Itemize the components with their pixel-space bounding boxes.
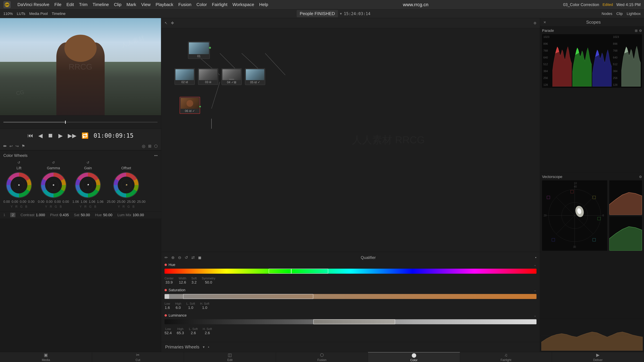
qualifier-subtract-tool[interactable]: ⊖: [178, 255, 181, 260]
tab-cut[interactable]: ✂ Cut: [92, 352, 184, 362]
gamma-reset-icon[interactable]: ↺: [52, 161, 55, 165]
next-frame-button[interactable]: ▶▶: [68, 132, 76, 139]
menu-mark[interactable]: Mark: [126, 2, 136, 7]
qualifier-reset-tool[interactable]: ↺: [185, 255, 188, 260]
sequence-name[interactable]: People FINISHED: [297, 10, 338, 17]
hue-center-handle[interactable]: [291, 269, 292, 274]
menu-workspace[interactable]: Workspace: [232, 2, 254, 7]
vectorscope-settings-icon[interactable]: ⚙: [639, 175, 642, 179]
timeline-bar[interactable]: [3, 122, 158, 123]
node-tool-pointer[interactable]: ↖: [164, 21, 168, 25]
gain-wheel[interactable]: [74, 172, 101, 198]
node-view-options[interactable]: ⚙: [534, 21, 536, 25]
parade-options-icon[interactable]: ⊞: [635, 29, 638, 33]
menu-clip[interactable]: Clip: [114, 2, 122, 7]
undo-tool[interactable]: ↩: [10, 144, 13, 148]
tab-1[interactable]: 1: [3, 213, 5, 217]
circle-tool[interactable]: ◎: [142, 144, 146, 148]
prev-frame-button[interactable]: ◀: [38, 132, 42, 139]
saturation-bar-container[interactable]: [164, 294, 536, 301]
lift-reset-icon[interactable]: ↺: [18, 161, 20, 165]
qualifier-invert-tool[interactable]: ⇄: [191, 255, 195, 260]
menu-trim[interactable]: Trim: [79, 2, 88, 7]
lum-mix-value[interactable]: 100.00: [133, 213, 144, 217]
menu-edit[interactable]: Edit: [66, 2, 74, 7]
tab-edit[interactable]: ◫ Edit: [184, 352, 276, 362]
primaries-wheels-dropdown-icon[interactable]: ▾: [203, 345, 204, 349]
go-to-start-button[interactable]: ⏮: [28, 132, 33, 139]
parade-settings-icon[interactable]: ⚙: [639, 29, 642, 33]
menu-help[interactable]: Help: [259, 2, 268, 7]
tab-deliver[interactable]: ▶ Deliver: [552, 352, 644, 362]
menu-fusion[interactable]: Fusion: [178, 2, 191, 7]
media-pool-button[interactable]: Media Pool: [29, 11, 48, 16]
menu-fairlight[interactable]: Fairlight: [212, 2, 227, 7]
menu-color[interactable]: Color: [196, 2, 207, 7]
sat-l-soft-value[interactable]: 1.0: [188, 306, 193, 310]
tab-fusion[interactable]: ⬡ Fusion: [276, 352, 368, 362]
qualifier-matte-tool[interactable]: ◼: [198, 255, 202, 260]
saturation-selection-range[interactable]: [183, 294, 313, 299]
luminance-expand-icon[interactable]: ⌄: [534, 313, 536, 318]
luts-button[interactable]: LUTs: [17, 11, 25, 16]
grid-tool[interactable]: ⊞: [148, 144, 152, 148]
primaries-wheels-options[interactable]: •: [208, 345, 209, 349]
timeline-playhead[interactable]: [65, 121, 66, 124]
hue-symmetry-value[interactable]: 50.0: [205, 280, 212, 285]
sequence-dropdown-icon[interactable]: ▾: [340, 11, 342, 16]
lum-high-value[interactable]: 65.3: [177, 331, 184, 335]
gain-reset-icon[interactable]: ↺: [86, 161, 90, 165]
sat-high-value[interactable]: 6.0: [176, 306, 181, 310]
clip-button[interactable]: Clip: [616, 11, 623, 16]
tab-color[interactable]: ⬤ Color: [368, 352, 460, 362]
sat-low-value[interactable]: 1.6: [165, 306, 170, 310]
menu-davinci[interactable]: DaVinci Resolve: [18, 2, 49, 7]
nodes-button[interactable]: Nodes: [602, 11, 612, 16]
pen-tool[interactable]: ✏: [3, 144, 7, 148]
sat-value[interactable]: 50.00: [81, 213, 90, 217]
sat-h-soft-value[interactable]: 1.0: [202, 306, 207, 310]
menu-view[interactable]: View: [141, 2, 150, 7]
menu-playback[interactable]: Playback: [156, 2, 174, 7]
loop-button[interactable]: 🔁: [82, 132, 88, 139]
node-03[interactable]: 03 iii: [198, 68, 218, 85]
menu-file[interactable]: File: [54, 2, 62, 7]
node-01[interactable]: 01: [188, 41, 210, 59]
menu-timeline[interactable]: Timeline: [92, 2, 109, 7]
hue-selection-range[interactable]: [269, 269, 328, 274]
node-04[interactable]: 04 ✓⊞: [222, 68, 242, 85]
tab-media[interactable]: ▣ Media: [0, 352, 92, 362]
app-icon[interactable]: DR: [3, 1, 11, 8]
hue-center-value[interactable]: 33.9: [166, 280, 173, 285]
offset-wheel[interactable]: [113, 172, 140, 198]
node-02[interactable]: 02 id: [174, 68, 195, 85]
node-tool[interactable]: ⬡: [154, 144, 158, 148]
hue-soft-value[interactable]: 3.2: [192, 280, 197, 285]
hue-expand-icon[interactable]: ⌄: [534, 263, 536, 267]
scopes-close-icon[interactable]: ✕: [544, 20, 546, 24]
qualifier-options[interactable]: •: [535, 255, 536, 260]
timeline-button[interactable]: Timeline: [52, 11, 66, 16]
eyedropper-tool[interactable]: ✏: [164, 255, 168, 260]
gamma-wheel[interactable]: [40, 172, 67, 198]
lum-h-soft-value[interactable]: 2.6: [205, 331, 210, 335]
tab-fairlight[interactable]: ♫ Fairlight: [460, 352, 552, 362]
node-06[interactable]: 06 id ✓: [180, 97, 200, 114]
lift-wheel[interactable]: [6, 172, 32, 198]
stop-button[interactable]: ⏹: [48, 132, 53, 139]
redo-tool[interactable]: ↪: [16, 144, 19, 148]
node-05[interactable]: 05 id ✓: [245, 68, 265, 85]
flag-tool[interactable]: ⚑: [22, 144, 25, 148]
contrast-value[interactable]: 1.000: [36, 213, 45, 217]
saturation-expand-icon[interactable]: ⌄: [534, 288, 536, 292]
hue-width-value[interactable]: 12.6: [179, 280, 186, 285]
tab-2[interactable]: 2: [10, 213, 16, 217]
pivot-value[interactable]: 0.435: [60, 213, 69, 217]
lum-low-value[interactable]: 52.4: [164, 331, 172, 335]
luminance-bar-container[interactable]: [164, 319, 536, 326]
hue-bar-container[interactable]: [164, 269, 536, 275]
play-button[interactable]: ▶: [58, 132, 63, 139]
zoom-level[interactable]: 110%: [3, 11, 13, 16]
hue-value[interactable]: 50.00: [103, 213, 112, 217]
qualifier-target-tool[interactable]: ⊕: [171, 255, 174, 260]
